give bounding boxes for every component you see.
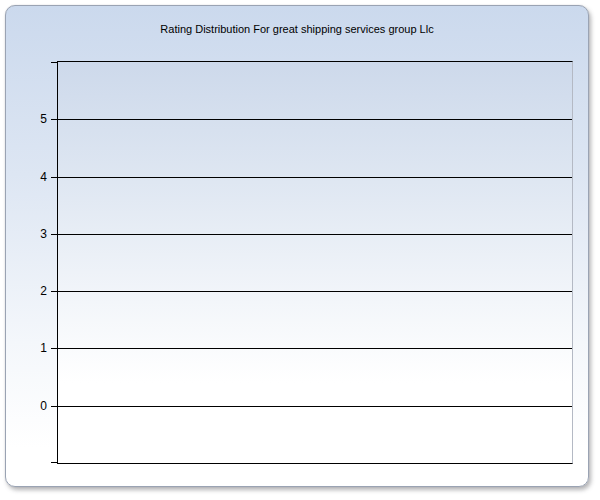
y-axis-tick	[51, 119, 58, 120]
y-axis-tick	[51, 234, 58, 235]
gridline	[58, 234, 572, 235]
y-tick-label: 0	[28, 400, 47, 412]
y-axis-tick	[51, 62, 58, 63]
gridline	[58, 348, 572, 349]
chart-title: Rating Distribution For great shipping s…	[6, 23, 588, 35]
plot-area: 543210	[57, 61, 573, 464]
gridline	[58, 119, 572, 120]
y-axis-tick	[51, 406, 58, 407]
y-axis-tick	[51, 177, 58, 178]
gridline	[58, 406, 572, 407]
y-axis-tick	[51, 291, 58, 292]
y-tick-label: 1	[28, 342, 47, 354]
y-tick-label: 4	[28, 171, 47, 183]
y-tick-label: 2	[28, 285, 47, 297]
gridline	[58, 291, 572, 292]
y-axis-tick	[51, 348, 58, 349]
gridline	[58, 177, 572, 178]
y-axis-tick	[51, 462, 58, 463]
y-tick-label: 3	[28, 228, 47, 240]
chart-panel: Rating Distribution For great shipping s…	[5, 5, 589, 487]
y-tick-label: 5	[28, 113, 47, 125]
